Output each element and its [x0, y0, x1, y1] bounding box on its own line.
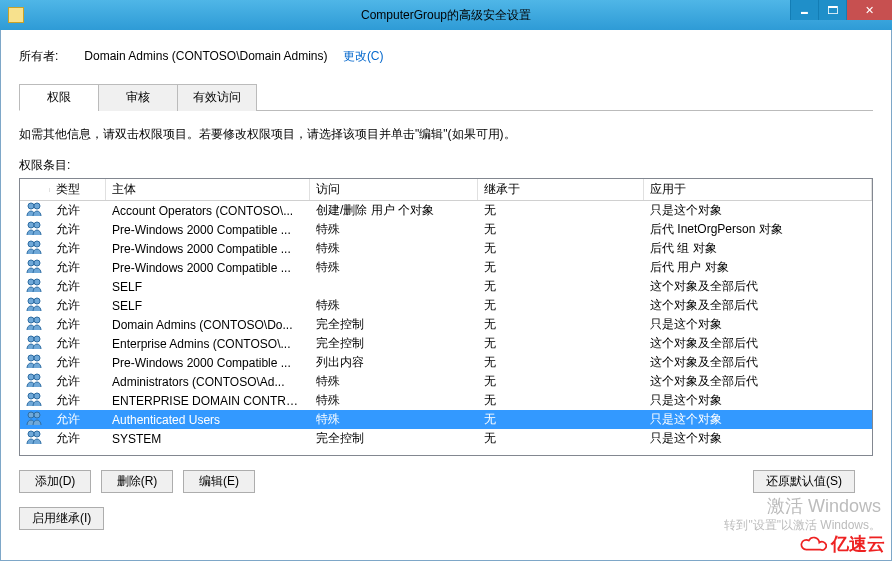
- cell-principal: Account Operators (CONTOSO\...: [106, 204, 310, 218]
- cell-type: 允许: [50, 335, 106, 352]
- svg-point-0: [28, 203, 34, 209]
- cell-principal: Pre-Windows 2000 Compatible ...: [106, 356, 310, 370]
- cell-inherited: 无: [478, 373, 644, 390]
- cell-applies: 后代 用户 对象: [644, 259, 872, 276]
- group-icon: [26, 201, 42, 217]
- col-inherited[interactable]: 继承于: [478, 179, 644, 200]
- table-row[interactable]: 允许Pre-Windows 2000 Compatible ...特殊无后代 I…: [20, 220, 872, 239]
- table-row[interactable]: 允许ENTERPRISE DOMAIN CONTRO...特殊无只是这个对象: [20, 391, 872, 410]
- cell-applies: 只是这个对象: [644, 411, 872, 428]
- brand-text: 亿速云: [831, 532, 885, 556]
- table-row[interactable]: 允许Authenticated Users特殊无只是这个对象: [20, 410, 872, 429]
- permission-table: 类型 主体 访问 继承于 应用于 允许Account Operators (CO…: [19, 178, 873, 456]
- cell-applies: 只是这个对象: [644, 392, 872, 409]
- change-owner-link[interactable]: 更改(C): [343, 49, 384, 63]
- table-row[interactable]: 允许Enterprise Admins (CONTOSO\...完全控制无这个对…: [20, 334, 872, 353]
- cell-access: 特殊: [310, 392, 478, 409]
- group-icon: [26, 353, 42, 369]
- table-row[interactable]: 允许Account Operators (CONTOSO\...创建/删除 用户…: [20, 201, 872, 220]
- col-icon[interactable]: [20, 188, 50, 192]
- col-type[interactable]: 类型: [50, 179, 106, 200]
- svg-point-13: [34, 317, 40, 323]
- cell-principal: Enterprise Admins (CONTOSO\...: [106, 337, 310, 351]
- table-row[interactable]: 允许Administrators (CONTOSO\Ad...特殊无这个对象及全…: [20, 372, 872, 391]
- cell-principal: SELF: [106, 299, 310, 313]
- tab-strip: 权限 审核 有效访问: [19, 83, 873, 111]
- cell-inherited: 无: [478, 354, 644, 371]
- minimize-button[interactable]: 🗕: [790, 0, 818, 20]
- cell-type: 允许: [50, 392, 106, 409]
- table-row[interactable]: 允许SELF特殊无这个对象及全部后代: [20, 296, 872, 315]
- group-icon: [26, 258, 42, 274]
- cell-access: 完全控制: [310, 335, 478, 352]
- brand-watermark: 亿速云: [799, 532, 885, 556]
- tab-effective-access[interactable]: 有效访问: [177, 84, 257, 111]
- restore-defaults-button[interactable]: 还原默认值(S): [753, 470, 855, 493]
- cell-type: 允许: [50, 240, 106, 257]
- cell-inherited: 无: [478, 221, 644, 238]
- svg-point-18: [28, 374, 34, 380]
- svg-point-9: [34, 279, 40, 285]
- cell-inherited: 无: [478, 240, 644, 257]
- cell-applies: 只是这个对象: [644, 430, 872, 447]
- owner-label: 所有者:: [19, 48, 75, 65]
- cell-inherited: 无: [478, 335, 644, 352]
- cell-principal: Pre-Windows 2000 Compatible ...: [106, 242, 310, 256]
- enable-inheritance-button[interactable]: 启用继承(I): [19, 507, 104, 530]
- edit-button[interactable]: 编辑(E): [183, 470, 255, 493]
- button-row-1: 添加(D) 删除(R) 编辑(E) 还原默认值(S): [19, 470, 873, 493]
- cell-principal: Administrators (CONTOSO\Ad...: [106, 375, 310, 389]
- maximize-button[interactable]: 🗖: [818, 0, 846, 20]
- cell-access: 列出内容: [310, 354, 478, 371]
- close-button[interactable]: ✕: [846, 0, 892, 20]
- group-icon: [26, 296, 42, 312]
- cell-type: 允许: [50, 316, 106, 333]
- svg-point-10: [28, 298, 34, 304]
- cell-type: 允许: [50, 278, 106, 295]
- cell-type: 允许: [50, 297, 106, 314]
- cell-access: 特殊: [310, 240, 478, 257]
- table-row[interactable]: 允许Pre-Windows 2000 Compatible ...特殊无后代 组…: [20, 239, 872, 258]
- svg-point-15: [34, 336, 40, 342]
- cell-principal: Pre-Windows 2000 Compatible ...: [106, 261, 310, 275]
- cell-inherited: 无: [478, 297, 644, 314]
- cell-type: 允许: [50, 354, 106, 371]
- table-row[interactable]: 允许Pre-Windows 2000 Compatible ...特殊无后代 用…: [20, 258, 872, 277]
- add-button[interactable]: 添加(D): [19, 470, 91, 493]
- svg-point-7: [34, 260, 40, 266]
- tab-permissions[interactable]: 权限: [19, 84, 99, 111]
- svg-point-4: [28, 241, 34, 247]
- cell-applies: 只是这个对象: [644, 202, 872, 219]
- table-row[interactable]: 允许SELF无这个对象及全部后代: [20, 277, 872, 296]
- table-row[interactable]: 允许Domain Admins (CONTOSO\Do...完全控制无只是这个对…: [20, 315, 872, 334]
- cell-applies: 这个对象及全部后代: [644, 354, 872, 371]
- col-principal[interactable]: 主体: [106, 179, 310, 200]
- cell-inherited: 无: [478, 392, 644, 409]
- svg-point-1: [34, 203, 40, 209]
- svg-point-8: [28, 279, 34, 285]
- table-row[interactable]: 允许Pre-Windows 2000 Compatible ...列出内容无这个…: [20, 353, 872, 372]
- svg-point-14: [28, 336, 34, 342]
- title-bar: ComputerGroup的高级安全设置 🗕 🗖 ✕: [0, 0, 892, 30]
- col-access[interactable]: 访问: [310, 179, 478, 200]
- cell-access: 特殊: [310, 221, 478, 238]
- group-icon: [26, 334, 42, 350]
- svg-point-12: [28, 317, 34, 323]
- cell-inherited: 无: [478, 202, 644, 219]
- group-icon: [26, 410, 42, 426]
- cell-principal: Domain Admins (CONTOSO\Do...: [106, 318, 310, 332]
- col-applies[interactable]: 应用于: [644, 179, 872, 200]
- cell-access: 特殊: [310, 373, 478, 390]
- table-body[interactable]: 允许Account Operators (CONTOSO\...创建/删除 用户…: [20, 201, 872, 455]
- cell-inherited: 无: [478, 259, 644, 276]
- tab-auditing[interactable]: 审核: [98, 84, 178, 111]
- cell-type: 允许: [50, 259, 106, 276]
- cell-type: 允许: [50, 373, 106, 390]
- owner-value: Domain Admins (CONTOSO\Domain Admins): [84, 49, 327, 63]
- cell-inherited: 无: [478, 316, 644, 333]
- cell-access: 完全控制: [310, 316, 478, 333]
- table-row[interactable]: 允许SYSTEM完全控制无只是这个对象: [20, 429, 872, 448]
- remove-button[interactable]: 删除(R): [101, 470, 173, 493]
- instructions-text: 如需其他信息，请双击权限项目。若要修改权限项目，请选择该项目并单击"编辑"(如果…: [19, 125, 873, 143]
- group-icon: [26, 239, 42, 255]
